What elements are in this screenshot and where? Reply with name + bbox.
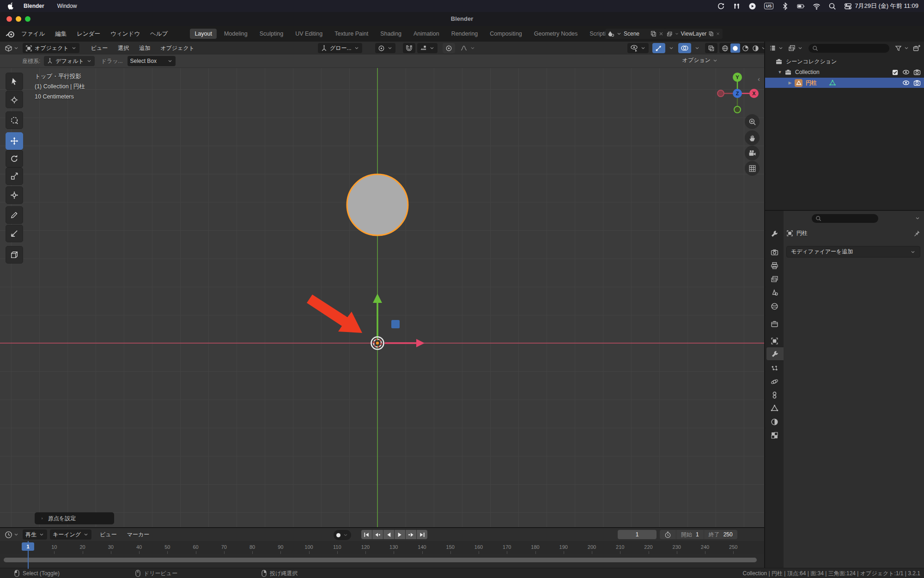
play-reverse-button[interactable] — [383, 530, 394, 539]
current-frame-badge[interactable]: 1 — [22, 542, 34, 551]
shading-material-button[interactable] — [741, 43, 750, 53]
properties-tab-world[interactable] — [766, 300, 782, 313]
chevron-down-icon[interactable] — [797, 45, 803, 51]
workspace-tab-uv-editing[interactable]: UV Editing — [291, 29, 327, 39]
timeline-scrollbar[interactable] — [4, 558, 757, 562]
overlays-toggle[interactable] — [678, 43, 691, 53]
annotate-tool[interactable] — [6, 206, 23, 224]
properties-tab-view-layer[interactable] — [766, 272, 782, 285]
chevron-down-icon[interactable] — [13, 45, 19, 51]
workspace-tab-sculpting[interactable]: Sculpting — [255, 29, 288, 39]
properties-tab-particles[interactable] — [766, 362, 782, 375]
chevron-down-icon[interactable] — [761, 45, 764, 51]
viewport-menu-item[interactable]: オブジェクト — [160, 44, 195, 52]
select-circle-tool[interactable] — [6, 111, 23, 129]
viewport-menu-item[interactable]: 選択 — [118, 44, 129, 52]
scale-tool[interactable] — [6, 167, 23, 185]
coord-system-selector[interactable]: デフォルト — [44, 56, 94, 66]
outliner-editor-icon[interactable] — [769, 44, 776, 52]
workspace-tab-shading[interactable]: Shading — [376, 29, 406, 39]
add-view-layer-icon[interactable] — [708, 31, 714, 37]
gizmos-toggle[interactable] — [652, 43, 665, 53]
shading-rendered-button[interactable] — [751, 43, 760, 53]
snap-mode-selector[interactable] — [417, 43, 438, 53]
disclosure-triangle[interactable]: ▼ — [777, 70, 783, 74]
timeline-editor-icon[interactable] — [5, 531, 12, 539]
filter-icon[interactable] — [895, 45, 902, 52]
bluetooth-icon[interactable] — [781, 2, 789, 10]
snap-toggle[interactable] — [403, 43, 415, 53]
blender-logo-icon[interactable] — [6, 29, 15, 38]
cursor-3d[interactable] — [371, 337, 384, 350]
workspace-tab-geometry-nodes[interactable]: Geometry Nodes — [529, 29, 582, 39]
editor-type-icon[interactable] — [5, 44, 12, 52]
transform-tool[interactable] — [6, 186, 23, 204]
play-circle-icon[interactable] — [748, 2, 756, 10]
use-preview-range-toggle[interactable] — [660, 530, 676, 539]
workspace-tab-rendering[interactable]: Rendering — [447, 29, 483, 39]
add-cube-tool[interactable] — [6, 246, 23, 264]
viewport-3d[interactable]: オブジェクト ビュー選択追加オブジェクト グロー... — [0, 42, 764, 527]
play-button[interactable] — [395, 530, 405, 539]
sync-icon[interactable] — [717, 2, 725, 10]
unlink-scene-icon[interactable] — [658, 31, 664, 37]
frame-start-field[interactable]: 開始 1 — [676, 530, 704, 539]
operator-panel[interactable]: › 原点を設定 — [35, 512, 114, 524]
visibility-dropdown[interactable] — [627, 43, 649, 53]
display-mode-icon[interactable] — [788, 44, 796, 52]
options-dropdown[interactable]: オプション — [682, 56, 718, 64]
viewport-menu-item[interactable]: 追加 — [139, 44, 150, 52]
prev-keyframe-button[interactable] — [372, 530, 383, 539]
gizmo-axis-x-negative[interactable] — [717, 90, 724, 97]
proportional-edit-toggle[interactable] — [443, 43, 455, 53]
chevron-down-icon[interactable] — [904, 45, 909, 51]
topbar-menu-item[interactable]: ファイル — [21, 30, 45, 38]
viewport-canvas[interactable] — [0, 68, 764, 527]
workspace-tab-layout[interactable]: Layout — [190, 29, 217, 39]
spotlight-icon[interactable] — [828, 2, 836, 10]
outliner-row-scene-collection[interactable]: シーンコレクション — [765, 56, 924, 67]
eye-icon[interactable] — [902, 79, 910, 86]
topbar-menu-item[interactable]: レンダー — [77, 30, 100, 38]
timeline-view-menu[interactable]: ビュー — [100, 531, 117, 539]
xray-toggle[interactable] — [705, 43, 717, 53]
wifi-icon[interactable] — [813, 2, 821, 10]
gizmo-axis-z[interactable]: Z — [733, 89, 742, 98]
pin-icon[interactable] — [913, 230, 920, 237]
sidebar-collapse-arrow[interactable]: ‹ — [758, 75, 760, 83]
camera-icon[interactable] — [913, 68, 921, 76]
shading-solid-button[interactable] — [730, 43, 740, 53]
scene-selector[interactable]: Scene — [605, 29, 666, 39]
gizmo-axis-x[interactable]: X — [749, 89, 759, 98]
navigation-gizmo[interactable]: Y Z X — [711, 67, 763, 119]
jump-to-end-button[interactable] — [417, 530, 427, 539]
workspace-tab-compositing[interactable]: Compositing — [485, 29, 526, 39]
checkbox-icon[interactable] — [892, 69, 899, 76]
overlays-dropdown[interactable] — [692, 43, 703, 53]
topbar-menu-item[interactable]: ウィンドウ — [110, 30, 140, 38]
keying-menu[interactable]: キーイング — [50, 529, 91, 540]
topbar-menu-item[interactable]: ヘルプ — [150, 30, 168, 38]
cylinder-object-top-view[interactable] — [347, 174, 408, 235]
outliner-row-collection[interactable]: ▼ Collection — [765, 67, 924, 77]
move-gizmo-plane-handle[interactable] — [391, 320, 400, 328]
timeline-track[interactable] — [0, 554, 764, 569]
properties-tab-object[interactable] — [766, 334, 782, 347]
properties-search[interactable] — [812, 214, 878, 223]
properties-tab-scene[interactable] — [766, 286, 782, 299]
remove-view-layer-icon[interactable] — [716, 31, 720, 37]
falloff-selector[interactable] — [457, 43, 478, 53]
outliner-row-cylinder[interactable]: ▶ 円柱 — [765, 78, 924, 88]
topbar-menu-item[interactable]: 編集 — [55, 30, 67, 38]
outliner-search[interactable] — [808, 44, 889, 53]
workspace-tab-texture-paint[interactable]: Texture Paint — [330, 29, 373, 39]
menubar-clock[interactable]: 7月29日 (金) 午前 11:09 — [855, 2, 918, 10]
jump-to-start-button[interactable] — [361, 530, 372, 539]
duplicate-scene-icon[interactable] — [650, 31, 657, 37]
transform-orientation-selector[interactable]: グロー... — [318, 43, 362, 53]
frame-end-field[interactable]: 終了 250 — [704, 530, 737, 539]
gizmos-dropdown[interactable] — [666, 43, 677, 53]
zoom-view-button[interactable] — [745, 114, 760, 129]
new-collection-icon[interactable] — [913, 44, 920, 52]
add-modifier-button[interactable]: モディファイアーを追加 — [786, 246, 920, 258]
